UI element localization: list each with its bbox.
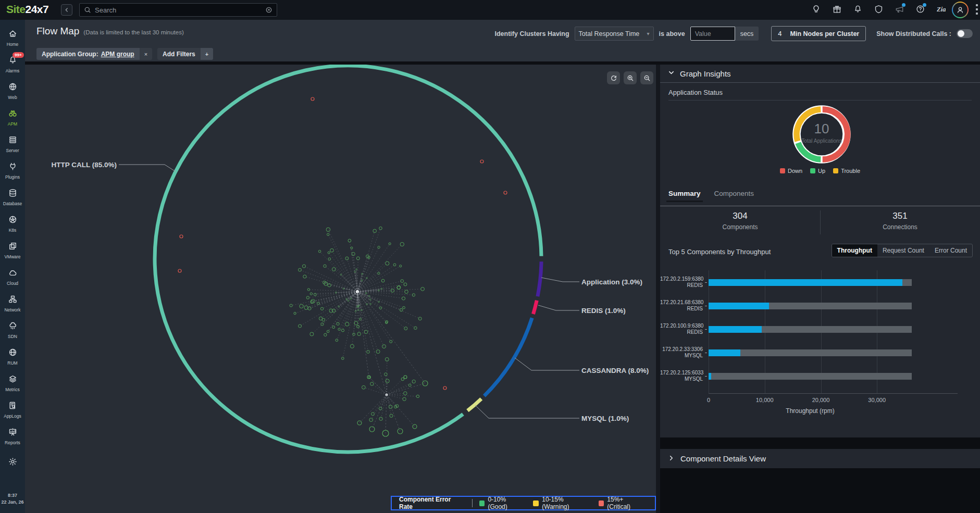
sidebar-item-alarms[interactable]: Alarms99+	[0, 51, 25, 78]
mode-throughput[interactable]: Throughput	[832, 244, 877, 257]
filter-group-value[interactable]: APM group	[101, 51, 134, 58]
bar-row[interactable]: 172.20.100.9:6380REDIS	[660, 320, 972, 339]
bar-row[interactable]: 172.20.2.159:6380REDIS	[660, 273, 972, 292]
component-node[interactable]	[400, 308, 403, 311]
sidebar-item-k8s[interactable]: K8s	[0, 210, 25, 237]
threshold-value-input[interactable]	[690, 27, 735, 41]
settings-icon	[8, 457, 17, 468]
application-group-filter-chip[interactable]: Application Group:APM group ×	[36, 48, 152, 60]
bar-value[interactable]	[709, 279, 902, 286]
shield-icon[interactable]	[874, 5, 883, 14]
sidebar-item-server[interactable]: Server	[0, 131, 25, 157]
component-node[interactable]	[369, 418, 373, 422]
min-nodes-control[interactable]: 4 Min Nodes per Cluster	[771, 26, 866, 41]
flow-arc-redis[interactable]	[534, 301, 537, 314]
component-error-rate-legend: Component Error Rate0-10% (Good)10-15% (…	[391, 496, 656, 510]
bar-value[interactable]	[709, 326, 762, 333]
component-node[interactable]	[348, 300, 349, 302]
error-component-node[interactable]	[480, 160, 483, 163]
application-status-donut: 10Total Applications	[790, 103, 853, 166]
site24x7-logo[interactable]: Site24x7	[6, 3, 48, 16]
component-node[interactable]	[332, 326, 335, 329]
help-icon[interactable]	[916, 5, 925, 14]
bar-row[interactable]: 172.20.2.125:6033MYSQL	[660, 367, 972, 386]
component-node[interactable]	[400, 265, 402, 267]
sidebar-item-vmware[interactable]: VMware	[0, 237, 25, 264]
search-input[interactable]	[95, 6, 262, 14]
show-distributed-toggle[interactable]	[957, 29, 973, 38]
bar-value[interactable]	[709, 303, 769, 309]
component-node[interactable]	[308, 307, 311, 310]
component-node[interactable]	[404, 376, 407, 379]
component-node[interactable]	[394, 406, 397, 408]
right-edge-menu[interactable]	[975, 4, 978, 15]
bar-value[interactable]	[709, 373, 711, 380]
mode-error-count[interactable]: Error Count	[929, 244, 972, 257]
sidebar-item-web[interactable]: Web	[0, 78, 25, 104]
component-node[interactable]	[341, 329, 344, 332]
flow-arc-application[interactable]	[538, 261, 541, 296]
component-node[interactable]	[386, 261, 389, 265]
component-node[interactable]	[397, 286, 400, 289]
sidebar-item-database[interactable]: Database	[0, 184, 25, 210]
add-filters-chip[interactable]: Add Filters +	[157, 48, 213, 60]
graph-insights-header[interactable]: Graph Insights	[660, 65, 980, 83]
zoom-out-button[interactable]	[640, 71, 653, 84]
tab-summary[interactable]: Summary	[668, 190, 701, 202]
error-component-node[interactable]	[443, 386, 446, 390]
bulb-icon[interactable]	[812, 5, 821, 14]
megaphone-icon[interactable]	[895, 5, 904, 14]
component-details-view-header[interactable]: Component Details View	[660, 449, 980, 468]
error-component-node[interactable]	[178, 269, 181, 272]
component-node[interactable]	[341, 357, 344, 360]
flow-arc-http-call[interactable]	[155, 66, 541, 452]
sidebar-item-applogs[interactable]: AppLogs	[0, 396, 25, 423]
flow-map-canvas[interactable]: HTTP CALL (85.0%)Application (3.0%)REDIS…	[25, 65, 656, 513]
sidebar-item-metrics[interactable]: Metrics	[0, 370, 25, 396]
sidebar-item-plugins[interactable]: Plugins	[0, 157, 25, 184]
component-node[interactable]	[350, 344, 354, 348]
component-node[interactable]	[408, 384, 411, 386]
bar-value[interactable]	[709, 349, 740, 356]
sidebar-item-rum[interactable]: RUM	[0, 343, 25, 370]
search-clear-icon[interactable]	[265, 6, 272, 14]
component-node[interactable]	[391, 289, 394, 292]
sidebar-item-settings[interactable]	[0, 449, 25, 476]
sidebar-item-network[interactable]: Network	[0, 290, 25, 317]
zoom-in-button[interactable]	[624, 71, 637, 84]
sidebar-collapse-button[interactable]	[61, 4, 72, 16]
sidebar-item-sdn[interactable]: SDN	[0, 317, 25, 343]
sidebar-item-home[interactable]: Home	[0, 24, 25, 51]
bar-row[interactable]: 172.20.21.68:6380REDIS	[660, 297, 972, 316]
component-node[interactable]	[401, 280, 404, 283]
error-component-node[interactable]	[504, 191, 507, 194]
mode-request-count[interactable]: Request Count	[877, 244, 929, 257]
panel-splitter[interactable]	[656, 65, 660, 513]
component-node[interactable]	[328, 252, 330, 254]
error-component-node[interactable]	[311, 97, 314, 101]
donut-segment-up[interactable]	[798, 143, 821, 159]
component-node[interactable]	[362, 385, 366, 389]
tab-components[interactable]: Components	[714, 190, 754, 202]
user-avatar[interactable]	[952, 2, 969, 18]
component-node[interactable]	[290, 304, 292, 307]
gift-icon[interactable]	[833, 5, 841, 14]
sidebar-item-cloud[interactable]: Cloud	[0, 264, 25, 290]
component-node[interactable]	[322, 318, 325, 321]
bar-row[interactable]: 172.20.2.33:3306MYSQL	[660, 344, 972, 362]
bell-icon[interactable]	[853, 5, 862, 14]
sidebar-item-apm[interactable]: APM	[0, 104, 25, 131]
component-node[interactable]	[332, 268, 336, 271]
component-node[interactable]	[310, 293, 312, 295]
error-component-node[interactable]	[180, 235, 183, 238]
flow-arc-cassandra[interactable]	[484, 318, 532, 396]
k8s-icon	[8, 215, 17, 226]
refresh-button[interactable]	[607, 71, 620, 84]
status-legend-up: Up	[810, 168, 825, 174]
metric-select[interactable]: Total Response Time ▾	[575, 27, 654, 41]
component-node[interactable]	[390, 414, 393, 417]
add-filter-button[interactable]: +	[201, 48, 213, 60]
remove-filter-button[interactable]: ×	[140, 48, 152, 60]
zia-icon[interactable]: Zia	[937, 5, 946, 14]
sidebar-item-reports[interactable]: Reports	[0, 423, 25, 449]
